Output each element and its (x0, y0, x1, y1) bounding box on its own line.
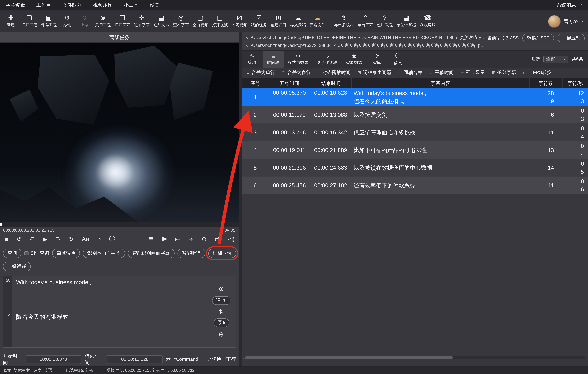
save-project-button[interactable]: ▣保存工程 (39, 11, 59, 32)
new-project-button[interactable]: ✚新建 (2, 11, 20, 32)
track-adjust-icon[interactable]: ⚌ (123, 235, 129, 243)
column-header[interactable]: 字符数 (529, 78, 562, 88)
ocr-current-frame-button[interactable]: 识别本画面字幕 (83, 249, 125, 258)
tab-edit[interactable]: ✎编辑 (242, 51, 263, 68)
append-subtitle-button[interactable]: ✛追加字幕 (132, 11, 152, 32)
swap-rows-icon[interactable]: ⇄ (166, 356, 171, 363)
word-query-checkbox[interactable]: 划词查询 (24, 250, 49, 256)
smart-ocr-frames-button[interactable]: 智能识别画面字幕 (128, 249, 174, 258)
play-icon[interactable]: ▶ (43, 235, 47, 243)
subtitle-row-3[interactable]: 300:00:13,75600:00:16,342供应链管理面临许多挑战1104 (242, 124, 588, 141)
horizontal-scrollbar[interactable]: › (242, 356, 586, 360)
step-forward-icon[interactable]: ↷ (55, 235, 61, 243)
same-axis-merge-button[interactable]: ≍同轴合并 (398, 70, 422, 76)
tab-timeline[interactable]: ≣时间轴 (263, 51, 284, 68)
shift-time-button[interactable]: ⇌平移时间 (430, 70, 454, 76)
menu-item-settings[interactable]: 设置 (144, 0, 165, 11)
blank-video-button[interactable]: ▢空白视频 (191, 11, 210, 32)
save-to-cloud-button[interactable]: ☁存入云端 (288, 11, 308, 32)
tab-knowledge-base[interactable]: ⟳智库 (366, 51, 387, 68)
close-project-button[interactable]: ⊗关闭工程 (93, 11, 113, 32)
close-video-button[interactable]: ⊠关闭视频 (230, 11, 249, 32)
volume-icon[interactable]: ◁) (228, 235, 234, 243)
menu-item-video-encode[interactable]: 视频压制 (87, 0, 118, 11)
fps-convert-button[interactable]: FPSFPS转换 (523, 70, 552, 76)
smart-transcribe-button[interactable]: 智能听译 (177, 249, 205, 258)
open-video-button[interactable]: ◫打开视频 (210, 11, 230, 32)
source-text-line[interactable]: With today's business model, (16, 279, 232, 309)
user-area[interactable]: 曹方林 ▾ (548, 15, 588, 28)
tutorial-button[interactable]: ？使用教程 (375, 11, 395, 32)
subtitle-row-2[interactable]: 200:00:11,17000:00:13,088以及按需交货603 (242, 106, 588, 124)
redo-button[interactable]: ↻重做 (76, 11, 93, 32)
end-time-input[interactable] (107, 355, 163, 364)
split-subtitle-button[interactable]: ⊞拆分字幕 (492, 70, 516, 76)
align-left-icon[interactable]: ≡ (137, 235, 140, 242)
avatar[interactable] (548, 15, 561, 28)
min-gap-adjust-button[interactable]: ⊡调整最小间隔 (358, 70, 391, 76)
compress-button[interactable]: 一键压制 (558, 34, 585, 42)
scrollbar-thumb[interactable] (245, 356, 453, 359)
scrollbar-track[interactable] (245, 356, 586, 359)
my-tasks-button[interactable]: ☑我的任务 (249, 11, 269, 32)
tab-info[interactable]: ⓘ信息 (387, 51, 408, 68)
translated-count-badge[interactable]: 译 28 (212, 296, 230, 305)
align-play-time-button[interactable]: ≡对齐播放时间 (318, 70, 350, 76)
swap-lines-icon[interactable]: ⇅ (219, 308, 224, 315)
menu-item-workbench[interactable]: 工作台 (31, 0, 57, 11)
start-time-input[interactable] (26, 355, 81, 364)
subtitle-row-4[interactable]: 400:00:19,01100:00:21,889比如不可靠的产品的可追踪性13… (242, 141, 588, 159)
subtitle-row-5[interactable]: 500:00:22,30600:00:24,683以及被锁在数据仓库的中心数据1… (242, 159, 588, 177)
zoom-in-icon[interactable]: ⊕ (219, 285, 224, 293)
loop-icon[interactable]: ⇄ (215, 235, 220, 243)
online-support-button[interactable]: ☎在线客服 (418, 11, 438, 32)
text-style-icon[interactable]: Ⓣ (109, 235, 115, 243)
subtitle-row-6[interactable]: 600:00:25,47600:00:27,102还有效率低下的付款系统1106 (242, 177, 588, 194)
menu-item-subtitle-edit[interactable]: 字幕编辑 (0, 0, 31, 11)
menu-item-tools[interactable]: 小工具 (118, 0, 144, 11)
column-header[interactable]: 结束时间 (310, 78, 351, 88)
close-file-icon[interactable]: × (245, 35, 248, 41)
font-size-icon[interactable]: Aa (82, 235, 89, 242)
extend-display-button[interactable]: ⇥延长显示 (461, 70, 485, 76)
timeline-scrubber[interactable] (0, 222, 239, 227)
column-header[interactable]: 字幕内容 (351, 78, 529, 88)
simplified-traditional-convert-button[interactable]: 简繁转换 (52, 249, 80, 258)
column-header[interactable]: 开始时间 (269, 78, 310, 88)
create-project-button[interactable]: ⊞创建项目 (269, 11, 288, 32)
translate-all-button[interactable]: 一键翻译 (3, 262, 31, 271)
scroll-left-icon[interactable]: › (242, 356, 244, 360)
export-multi-version-button[interactable]: ⇪导出多版本 (332, 11, 356, 32)
machine-translate-sentence-button[interactable]: 机翻本句 (208, 249, 236, 258)
open-subtitle-button[interactable]: ❐打开字幕 (113, 11, 132, 32)
step-back-icon[interactable]: ↶ (30, 235, 35, 243)
to-start-icon[interactable]: ⇤ (175, 235, 180, 243)
append-text-button[interactable]: ▤追加文本 (152, 11, 171, 32)
target-text-line[interactable]: 随着今天的商业模式 (16, 310, 232, 321)
view-subtitle-button[interactable]: ◎查看字幕 (171, 11, 191, 32)
replay-back-icon[interactable]: ↺ (16, 235, 21, 243)
close-file-icon[interactable]: × (245, 43, 248, 48)
column-header[interactable]: 字符/秒 (562, 78, 588, 88)
subtitle-row-1[interactable]: 100:00:08,37000:00:10,628With today's bu… (242, 88, 588, 106)
to-end-icon[interactable]: ⇥ (188, 235, 193, 243)
align-right-icon[interactable]: ⊫ (162, 235, 167, 243)
file-tab-2[interactable]: ×/Users/bobzhang/Desktop/1637213983414..… (242, 42, 588, 50)
tab-style-effects[interactable]: ✂样式与效果 (284, 51, 313, 68)
export-subtitle-button[interactable]: ⇧导出字幕 (356, 11, 375, 32)
locate-icon[interactable]: ⊕ (201, 235, 207, 243)
scrubber-handle[interactable] (0, 223, 2, 226)
merge-single-line-button[interactable]: ⊃合并为单行 (246, 70, 275, 76)
query-button[interactable]: 查询 (3, 249, 21, 258)
unit-calculator-button[interactable]: ▦单位计算器 (395, 11, 418, 32)
undo-button[interactable]: ↺撤销 (59, 11, 76, 32)
zoom-out-icon[interactable]: ⊖ (219, 331, 224, 338)
stop-icon[interactable]: ■ (4, 235, 8, 242)
filter-select[interactable]: 全部 ▾ (544, 55, 568, 63)
cloud-files-button[interactable]: ☁云端文件 (308, 11, 327, 32)
original-count-badge[interactable]: 原 9 (213, 318, 229, 327)
system-message[interactable]: 系统消息 ⌃ (556, 2, 588, 9)
video-preview[interactable] (0, 43, 239, 222)
tab-graph-adjust[interactable]: ∿图形化调轴 (313, 51, 342, 68)
align-center-icon[interactable]: ≣ (148, 235, 154, 243)
